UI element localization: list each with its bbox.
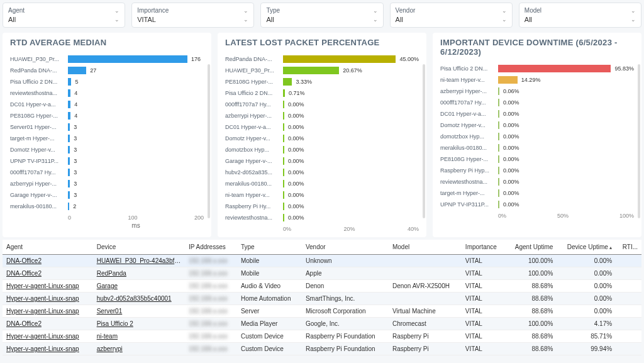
filter-vendor-value: All — [396, 16, 403, 23]
th-device[interactable]: Device — [93, 240, 185, 255]
cell-model — [389, 293, 462, 305]
cell-device-uptime: 0.00% — [557, 255, 616, 267]
th-vendor[interactable]: Vendor — [302, 240, 389, 255]
cell-agent[interactable]: Hyper-v-agent-Linux-snap — [3, 330, 93, 343]
cell-vendor: Google, Inc. — [302, 318, 389, 330]
cell-type: Audio & Video — [237, 280, 302, 293]
filter-vendor[interactable]: Vendor⌄ All⌄ — [390, 3, 513, 28]
cell-importance: VITAL — [462, 280, 506, 293]
th-device-uptime[interactable]: Device Uptime — [557, 240, 616, 255]
device-table: Agent Device IP Addresses Type Vendor Mo… — [3, 240, 641, 355]
bar-label: HUAWEI_P30_Pr... — [10, 56, 68, 62]
bar-row: 000fff1707a7 Hy...0.00% — [440, 97, 634, 108]
cell-vendor: SmartThings, Inc. — [302, 293, 389, 305]
th-rti[interactable]: RTI... — [616, 240, 641, 255]
bar-row: RedPanda DNA-...27 — [10, 65, 204, 76]
axis-tick: 20% — [343, 226, 355, 232]
bar-value: 3 — [70, 192, 77, 198]
cell-device[interactable]: Garage — [93, 280, 185, 293]
cell-device[interactable]: hubv2-d052a835b5c40001 — [93, 293, 185, 305]
bar-label: azberrypi Hyper-... — [10, 181, 68, 187]
th-model[interactable]: Model — [389, 240, 462, 255]
axis-label: ms — [10, 222, 204, 229]
cell-importance: VITAL — [462, 343, 506, 355]
cell-device[interactable]: Pisa Ufficio 2 — [93, 318, 185, 330]
cell-agent[interactable]: DNA-Office2 — [3, 318, 93, 330]
table-header-row: Agent Device IP Addresses Type Vendor Mo… — [3, 240, 641, 255]
bar-label: DC01 Hyper-v-a... — [440, 111, 498, 117]
table-row[interactable]: DNA-Office2HUAWEI_P30_Pro-424a3bf6e7192.… — [3, 255, 641, 267]
chart-lost-packet: RedPanda DNA-...45.00%HUAWEI_P30_Pr...20… — [225, 53, 419, 223]
bar-label: azberrypi Hyper-... — [225, 113, 283, 119]
bar-label: Server01 Hyper-... — [10, 124, 68, 130]
cell-device[interactable]: HUAWEI_P30_Pro-424a3bf6e7 — [93, 255, 185, 267]
bar-label: Pisa Ufficio 2 DN... — [225, 90, 283, 96]
th-importance[interactable]: Importance — [462, 240, 506, 255]
th-ip[interactable]: IP Addresses — [185, 240, 237, 255]
filter-importance[interactable]: Importance⌄ VITAL⌄ — [131, 3, 254, 28]
bar-row: domotzbox Hyp...0.00% — [225, 144, 419, 155]
bar-track: 176 — [68, 55, 204, 63]
cell-agent[interactable]: DNA-Office2 — [3, 255, 93, 267]
cell-model: Denon AVR-X2500H — [389, 280, 462, 293]
table-row[interactable]: Hyper-v-agent-Linux-snapServer01192.168.… — [3, 305, 641, 318]
bar-label: PE8108G Hyper-... — [440, 156, 498, 162]
table-row[interactable]: DNA-Office2Pisa Ufficio 2192.168.x.xxxMe… — [3, 318, 641, 330]
bar-fill — [68, 55, 187, 63]
bar-track: 3 — [68, 169, 204, 176]
cell-agent[interactable]: Hyper-v-agent-Linux-snap — [3, 343, 93, 355]
cell-device-uptime: 85.71% — [557, 330, 616, 343]
cell-importance: VITAL — [462, 267, 506, 280]
table-row[interactable]: Hyper-v-agent-Linux-snapni-team192.168.x… — [3, 330, 641, 343]
bar-label: UPNP TV-IP311P... — [440, 201, 498, 208]
bar-label: target-m Hyper-... — [440, 190, 498, 196]
table-row[interactable]: DNA-Office2RedPanda192.168.x.xxxMobileAp… — [3, 267, 641, 280]
bar-track: 2 — [68, 203, 204, 210]
chevron-down-icon: ⌄ — [373, 8, 378, 14]
cell-agent-uptime: 88.68% — [506, 305, 557, 318]
bar-value: 0.00% — [499, 99, 519, 106]
bar-value: 20.67% — [339, 67, 362, 74]
table-row[interactable]: Hyper-v-agent-Linux-snapazberrypi192.168… — [3, 343, 641, 355]
scrollbar[interactable] — [208, 64, 210, 218]
bar-track: 0.00% — [498, 144, 634, 152]
bar-label: PE8108G Hyper-... — [225, 79, 283, 85]
filter-type[interactable]: Type⌄ All⌄ — [260, 3, 383, 28]
cell-device[interactable]: azberrypi — [93, 343, 185, 355]
cell-agent[interactable]: Hyper-v-agent-Linux-snap — [3, 280, 93, 293]
bar-row: reviewtesthostna...0.00% — [225, 212, 419, 223]
bar-row: UPNP TV-IP311P...0.00% — [440, 199, 634, 210]
table-row[interactable]: Hyper-v-agent-Linux-snaphubv2-d052a835b5… — [3, 293, 641, 305]
bar-row: Garage Hyper-v-...3 — [10, 189, 204, 201]
bar-value: 0.00% — [284, 124, 304, 130]
th-agent-uptime[interactable]: Agent Uptime — [506, 240, 557, 255]
bar-value: 3 — [70, 124, 77, 130]
bar-row: PE8108G Hyper-...3.33% — [225, 76, 419, 87]
bar-row: Pisa Ufficio 2 DN...95.83% — [440, 63, 634, 74]
bar-track: 14.29% — [498, 76, 634, 84]
cell-agent-uptime: 88.68% — [506, 280, 557, 293]
filter-model[interactable]: Model⌄ All⌄ — [519, 3, 641, 28]
bar-value: 4 — [70, 101, 77, 108]
scrollbar[interactable] — [423, 64, 425, 218]
cell-device[interactable]: ni-team — [93, 330, 185, 343]
bar-label: Raspberry Pi Hyp... — [440, 167, 498, 174]
cell-rti — [616, 267, 641, 280]
cell-device[interactable]: Server01 — [93, 305, 185, 318]
axis-tick: 0% — [283, 226, 291, 232]
cell-agent[interactable]: Hyper-v-agent-Linux-snap — [3, 293, 93, 305]
table-row[interactable]: Hyper-v-agent-Linux-snapGarage192.168.x.… — [3, 280, 641, 293]
bar-label: DC01 Hyper-v-a... — [225, 124, 283, 130]
bar-fill — [498, 65, 611, 72]
bar-track: 20.67% — [283, 67, 419, 74]
scrollbar[interactable] — [638, 64, 640, 218]
th-type[interactable]: Type — [237, 240, 302, 255]
cell-type: Media Player — [237, 318, 302, 330]
cell-agent[interactable]: Hyper-v-agent-Linux-snap — [3, 305, 93, 318]
cell-agent[interactable]: DNA-Office2 — [3, 267, 93, 280]
cell-device[interactable]: RedPanda — [93, 267, 185, 280]
cell-ip: 192.168.x.xxx — [185, 267, 237, 280]
bar-row: Domotz Hyper-v...0.00% — [225, 133, 419, 144]
th-agent[interactable]: Agent — [3, 240, 93, 255]
filter-agent[interactable]: Agent⌄ All⌄ — [3, 3, 125, 28]
